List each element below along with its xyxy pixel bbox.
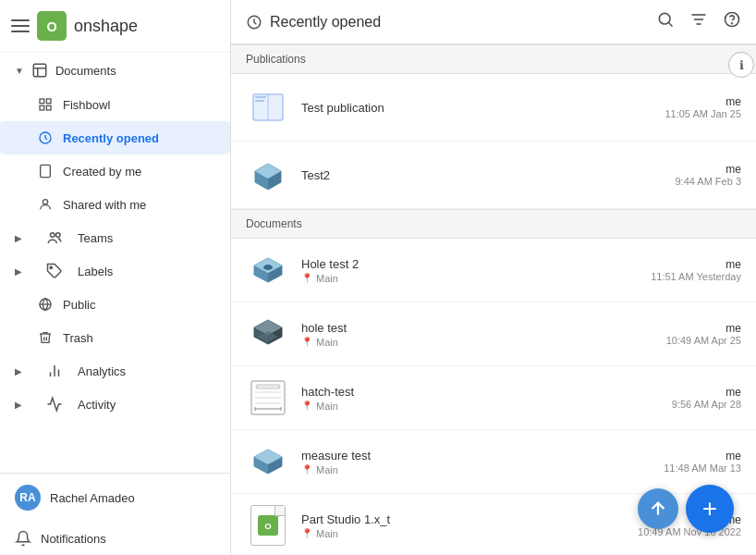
branch-icon: 📍 xyxy=(301,337,312,347)
doc-branch: 📍 Main xyxy=(301,528,619,539)
doc-thumbnail xyxy=(246,312,290,356)
clock-icon xyxy=(37,130,54,146)
created-by-me-label: Created by me xyxy=(63,165,141,179)
doc-meta: me 11:51 AM Yesterday xyxy=(630,258,741,282)
chevron-down-icon: ▼ xyxy=(15,66,24,76)
fishbowl-label: Fishbowl xyxy=(63,98,110,112)
onshape-file-icon: O xyxy=(250,505,286,546)
branch-name: Main xyxy=(316,464,338,475)
sidebar-item-teams[interactable]: ▶ Teams xyxy=(0,221,230,254)
sidebar-item-fishbowl[interactable]: Fishbowl xyxy=(0,88,230,121)
topbar-actions xyxy=(656,10,741,33)
doc-thumbnail xyxy=(246,248,290,292)
new-document-button[interactable]: + xyxy=(686,485,734,533)
help-button[interactable] xyxy=(723,10,741,33)
doc-name: Test2 xyxy=(301,168,619,182)
recently-opened-label: Recently opened xyxy=(63,131,159,145)
topbar: Recently opened xyxy=(231,0,756,44)
avatar: RA xyxy=(15,485,41,511)
sidebar-item-recently-opened[interactable]: Recently opened xyxy=(0,121,230,154)
onshape-logo-small: O xyxy=(258,515,278,536)
branch-name: Main xyxy=(316,528,338,539)
doc-branch: 📍 Main xyxy=(301,401,619,412)
trash-icon xyxy=(37,329,54,346)
content-area: Publications Test publication me 11:05 A… xyxy=(231,44,756,555)
filter-button[interactable] xyxy=(689,10,708,33)
sidebar-item-created-by-me[interactable]: Created by me xyxy=(0,154,230,188)
svg-point-13 xyxy=(56,233,61,238)
plus-icon: + xyxy=(702,496,717,522)
doc-info: hole test 📍 Main xyxy=(301,321,619,348)
sidebar-item-notifications[interactable]: Notifications xyxy=(0,522,230,555)
notifications-label: Notifications xyxy=(41,532,106,546)
sidebar-documents-label: Documents xyxy=(55,64,116,78)
doc-name: Test publication xyxy=(301,101,619,115)
analytics-label: Analytics xyxy=(78,364,126,378)
chevron-right-icon-2: ▶ xyxy=(15,266,22,277)
doc-branch: 📍 Main xyxy=(301,464,619,475)
doc-name: hole test xyxy=(301,321,619,335)
file-icon xyxy=(37,163,54,179)
doc-meta: me 9:56 AM Apr 28 xyxy=(630,386,741,410)
3d-blue-2-icon xyxy=(247,440,289,483)
hamburger-menu[interactable] xyxy=(11,17,30,35)
doc-name: hatch-test xyxy=(301,385,619,399)
sidebar-item-shared-with-me[interactable]: Shared with me xyxy=(0,188,230,221)
chevron-right-icon-4: ▶ xyxy=(15,400,22,410)
sidebar-item-trash[interactable]: Trash xyxy=(0,321,230,354)
info-button[interactable]: ℹ xyxy=(728,52,754,78)
doc-branch: 📍 Main xyxy=(301,273,619,284)
sidebar-item-analytics[interactable]: ▶ Analytics xyxy=(0,354,230,388)
3d-dark-icon xyxy=(247,313,289,355)
sidebar-item-activity[interactable]: ▶ Activity xyxy=(0,388,230,421)
search-button[interactable] xyxy=(656,10,675,33)
person-icon xyxy=(37,196,54,213)
activity-icon xyxy=(46,396,63,413)
svg-rect-31 xyxy=(255,100,264,102)
list-item[interactable]: hatch-test 📍 Main me 9:56 AM Apr 28 xyxy=(231,366,756,430)
upload-button[interactable] xyxy=(638,488,678,529)
svg-rect-5 xyxy=(40,99,44,104)
topbar-title-area: Recently opened xyxy=(246,14,649,31)
shared-with-me-label: Shared with me xyxy=(63,198,146,212)
labels-label: Labels xyxy=(78,265,113,278)
svg-point-12 xyxy=(51,233,55,238)
doc-name: Hole test 2 xyxy=(301,257,619,271)
activity-label: Activity xyxy=(78,398,116,412)
brand-name: onshape xyxy=(74,17,138,36)
tag-icon xyxy=(46,263,63,279)
teams-label: Teams xyxy=(78,231,113,245)
3d-blue-icon xyxy=(247,249,289,291)
svg-rect-7 xyxy=(40,105,44,110)
list-item[interactable]: Hole test 2 📍 Main me 11:51 AM Yesterday xyxy=(231,239,756,302)
3d-block-icon xyxy=(246,153,290,197)
sidebar-item-public[interactable]: Public xyxy=(0,288,230,321)
doc-info: Hole test 2 📍 Main xyxy=(301,257,619,284)
page-title: Recently opened xyxy=(270,14,381,31)
list-item[interactable]: Test publication me 11:05 AM Jan 25 xyxy=(231,74,756,142)
doc-info: measure test 📍 Main xyxy=(301,449,619,475)
list-item[interactable]: hole test 📍 Main me 10:49 AM Apr 25 xyxy=(231,302,756,366)
svg-text:O: O xyxy=(264,521,272,531)
branch-icon: 📍 xyxy=(301,273,312,283)
chart-icon xyxy=(46,363,63,379)
svg-line-22 xyxy=(669,23,673,27)
sidebar-section-documents[interactable]: ▼ Documents xyxy=(0,53,230,88)
doc-meta: me 11:48 AM Mar 13 xyxy=(630,450,741,474)
documents-section-label: Documents xyxy=(231,209,756,239)
avatar-initials: RA xyxy=(19,491,35,504)
branch-name: Main xyxy=(316,337,338,348)
doc-thumbnail: O xyxy=(246,503,290,548)
svg-rect-10 xyxy=(41,165,51,177)
sidebar-bottom: RA Rachel Amadeo Notifications xyxy=(0,473,230,555)
svg-rect-30 xyxy=(255,96,266,98)
publications-section-label: Publications xyxy=(231,44,756,74)
user-profile[interactable]: RA Rachel Amadeo xyxy=(0,474,230,522)
bell-icon xyxy=(15,530,31,547)
list-item[interactable]: Test2 me 9:44 AM Feb 3 xyxy=(231,142,756,209)
svg-point-14 xyxy=(50,266,52,268)
branch-name: Main xyxy=(316,401,338,412)
doc-info: Test publication xyxy=(301,101,619,115)
chevron-right-icon-3: ▶ xyxy=(15,366,22,376)
sidebar-item-labels[interactable]: ▶ Labels xyxy=(0,254,230,288)
